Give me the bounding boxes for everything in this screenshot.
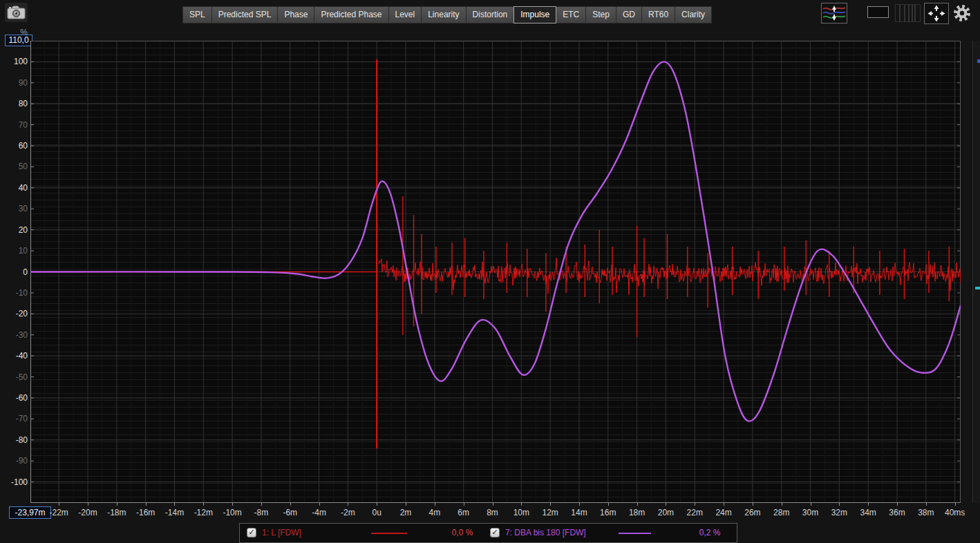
x-tick-label: -18m bbox=[107, 508, 126, 517]
tab-predicted-spl[interactable]: Predicted SPL bbox=[211, 6, 279, 23]
x-tick-label: -4m bbox=[312, 508, 326, 517]
vertical-scrollbar[interactable] bbox=[972, 41, 980, 503]
y-tick-label: 100 bbox=[0, 57, 28, 66]
x-tick-mark bbox=[435, 503, 435, 506]
x-tick-mark bbox=[174, 503, 175, 506]
tab-clarity[interactable]: Clarity bbox=[675, 6, 712, 23]
camera-icon bbox=[7, 6, 26, 19]
x-tick-mark bbox=[146, 503, 147, 506]
y-tick-label: 10 bbox=[0, 246, 28, 256]
y-tick-label: -50 bbox=[0, 372, 28, 382]
pan-arrows-icon bbox=[925, 4, 948, 23]
tab-step[interactable]: Step bbox=[585, 6, 616, 23]
x-tick-mark bbox=[203, 503, 204, 506]
tab-etc[interactable]: ETC bbox=[556, 6, 586, 23]
display-box-button[interactable] bbox=[867, 6, 889, 18]
y-tick-label: 50 bbox=[0, 162, 28, 171]
plot-area[interactable] bbox=[30, 41, 961, 503]
x-tick-mark bbox=[232, 503, 233, 506]
x-tick-mark bbox=[464, 503, 464, 506]
x-tick-mark bbox=[117, 503, 117, 506]
settings-button[interactable] bbox=[952, 3, 972, 23]
y-tick-label: 80 bbox=[0, 99, 28, 108]
x-tick-mark bbox=[348, 503, 348, 506]
x-tick-mark bbox=[319, 503, 320, 506]
y-max-input[interactable]: 110,0 bbox=[5, 35, 32, 46]
y-tick-label: 60 bbox=[0, 141, 28, 151]
tab-distortion[interactable]: Distortion bbox=[466, 6, 515, 23]
y-tick-label: 40 bbox=[0, 183, 28, 193]
y-tick-label: -90 bbox=[0, 456, 28, 466]
x-tick-mark bbox=[261, 503, 262, 506]
legend-label[interactable]: 1: L [FDW] bbox=[262, 528, 301, 537]
x-tick-label: 10m bbox=[513, 508, 529, 517]
scroll-marker-blue bbox=[977, 59, 980, 63]
screenshot-button[interactable] bbox=[5, 3, 28, 22]
x-tick-mark bbox=[955, 503, 956, 506]
x-tick-mark bbox=[550, 503, 551, 506]
x-tick-label: -22m bbox=[50, 508, 68, 517]
vertical-bands-icon bbox=[896, 5, 920, 21]
x-tick-label: 6m bbox=[458, 508, 469, 517]
band-lines-button[interactable] bbox=[895, 4, 921, 22]
y-tick-label: -10 bbox=[0, 288, 28, 298]
x-tick-mark bbox=[59, 503, 59, 506]
x-tick-label: 40ms bbox=[945, 508, 965, 517]
x-tick-mark bbox=[839, 503, 840, 506]
y-tick-label: 30 bbox=[0, 204, 28, 213]
tab-gd[interactable]: GD bbox=[616, 6, 642, 23]
impulse-chart bbox=[30, 41, 961, 503]
autoscale-curves-button[interactable] bbox=[821, 3, 847, 23]
x-tick-label: 30m bbox=[802, 508, 818, 517]
x-tick-mark bbox=[897, 503, 898, 506]
y-tick-label: 90 bbox=[0, 78, 28, 88]
x-tick-label: 22m bbox=[687, 508, 703, 517]
y-tick-label: 20 bbox=[0, 225, 28, 235]
x-tick-mark bbox=[406, 503, 406, 506]
x-tick-label: -12m bbox=[194, 508, 213, 517]
x-tick-label: 20m bbox=[658, 508, 674, 517]
x-tick-label: -20m bbox=[78, 508, 97, 517]
tab-rt60[interactable]: RT60 bbox=[641, 6, 675, 23]
x-tick-mark bbox=[377, 503, 377, 506]
x-tick-label: 2m bbox=[400, 508, 412, 517]
x-tick-mark bbox=[753, 503, 753, 506]
x-tick-mark bbox=[868, 503, 869, 506]
x-tick-label: -2m bbox=[341, 508, 355, 517]
pan-view-button[interactable] bbox=[924, 3, 949, 24]
x-tick-label: 32m bbox=[831, 508, 847, 517]
tab-linearity[interactable]: Linearity bbox=[421, 6, 466, 23]
x-min-input[interactable]: -23,97m bbox=[9, 506, 51, 519]
legend-bar: ✓1: L [FDW]0,0 %✓7: DBA bis 180 [FDW]0,2… bbox=[239, 523, 737, 543]
tab-impulse[interactable]: Impulse bbox=[513, 6, 556, 23]
x-tick-label: -14m bbox=[165, 508, 184, 517]
y-tick-label: -100 bbox=[0, 477, 28, 487]
x-tick-label: 28m bbox=[773, 508, 789, 517]
x-tick-label: 16m bbox=[600, 508, 616, 517]
tab-predicted-phase[interactable]: Predicted Phase bbox=[314, 6, 388, 23]
x-tick-mark bbox=[493, 503, 493, 506]
x-tick-mark bbox=[637, 503, 638, 506]
x-tick-label: 24m bbox=[715, 508, 731, 517]
tab-spl[interactable]: SPL bbox=[182, 6, 212, 23]
legend-label[interactable]: 7: DBA bis 180 [FDW] bbox=[505, 528, 586, 537]
x-tick-label: -16m bbox=[136, 508, 155, 517]
legend-checkbox[interactable]: ✓ bbox=[490, 528, 500, 537]
tab-level[interactable]: Level bbox=[388, 6, 422, 23]
x-tick-mark bbox=[608, 503, 609, 506]
tab-phase[interactable]: Phase bbox=[277, 6, 314, 23]
curves-autoscale-icon bbox=[822, 4, 846, 22]
legend-line-sample bbox=[371, 533, 407, 534]
x-tick-label: -10m bbox=[223, 508, 241, 517]
legend-line-sample bbox=[619, 533, 651, 534]
x-tick-mark bbox=[521, 503, 522, 506]
y-tick-label: 0 bbox=[0, 267, 28, 277]
x-tick-label: 34m bbox=[860, 508, 876, 517]
x-tick-label: 4m bbox=[429, 508, 441, 517]
x-tick-label: 14m bbox=[571, 508, 587, 517]
x-tick-mark bbox=[579, 503, 580, 506]
x-tick-mark bbox=[782, 503, 782, 506]
legend-checkbox[interactable]: ✓ bbox=[247, 528, 256, 537]
y-tick-label: -40 bbox=[0, 351, 28, 361]
scroll-marker-cyan bbox=[975, 287, 980, 289]
